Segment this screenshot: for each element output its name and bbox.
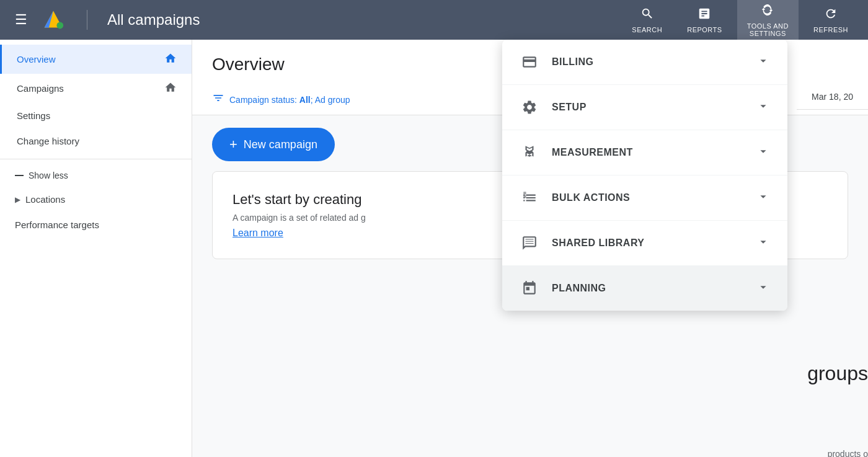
sidebar-item-change-history[interactable]: Change history [0, 128, 192, 154]
home-icon-overview [164, 52, 177, 66]
tools-dropdown-menu: BILLING SETUP MEASUREMENT [502, 40, 787, 311]
bulk-actions-icon [520, 188, 539, 208]
top-navigation: ☰ All campaigns SEARCH REPORTS TOOLS [0, 0, 868, 40]
search-icon [640, 7, 654, 24]
billing-icon [520, 52, 539, 72]
bulk-actions-label: BULK ACTIONS [552, 192, 630, 203]
show-less-button[interactable]: Show less [0, 164, 192, 187]
sidebar-item-campaigns[interactable]: Campaigns [0, 74, 192, 103]
settings-label: Settings [17, 110, 50, 121]
page-title: All campaigns [107, 11, 200, 29]
svg-rect-3 [523, 192, 526, 194]
sidebar-item-change-history-left: Change history [17, 136, 79, 146]
planning-icon [520, 278, 539, 298]
nav-divider [87, 10, 87, 30]
shared-library-label: SHARED LIBRARY [552, 237, 645, 249]
svg-rect-4 [523, 195, 526, 198]
change-history-label: Change history [17, 136, 79, 146]
filter-text: Campaign status: All; Ad group [229, 95, 350, 105]
sidebar-divider [0, 159, 192, 159]
locations-label: Locations [25, 194, 65, 205]
campaigns-label: Campaigns [17, 83, 64, 94]
sidebar-item-locations[interactable]: ▶ Locations [0, 187, 192, 212]
dropdown-item-measurement[interactable]: MEASUREMENT [502, 130, 787, 175]
home-icon-campaigns [164, 81, 177, 95]
bulk-actions-item-left: BULK ACTIONS [520, 188, 630, 208]
filter-prefix: Campaign status: [229, 95, 299, 105]
show-less-label: Show less [29, 171, 68, 180]
tools-icon [761, 3, 774, 20]
date-text: Mar 18, 20 [812, 92, 853, 102]
hamburger-icon[interactable]: ☰ [10, 7, 32, 33]
reports-icon [698, 7, 711, 24]
dropdown-item-planning[interactable]: PLANNING [502, 266, 787, 311]
setup-item-left: SETUP [520, 97, 587, 117]
sidebar: Overview Campaigns Settings Change histo… [0, 40, 192, 457]
measurement-item-left: MEASUREMENT [520, 143, 633, 162]
reports-nav-button[interactable]: REPORTS [677, 2, 732, 38]
filter-bold-value: All [299, 95, 311, 105]
new-campaign-label: New campaign [244, 138, 317, 151]
planning-item-left: PLANNING [520, 278, 606, 298]
sidebar-item-campaigns-left: Campaigns [17, 83, 64, 94]
show-less-dash-icon [15, 175, 24, 176]
products-text: products o [828, 449, 868, 457]
shared-library-item-left: SHARED LIBRARY [520, 233, 645, 253]
shared-library-icon [520, 233, 539, 253]
refresh-icon [824, 7, 838, 24]
plus-icon: + [229, 136, 237, 153]
right-products-text: products o [828, 449, 868, 457]
search-nav-label: SEARCH [632, 26, 662, 33]
sidebar-item-overview-left: Overview [17, 54, 56, 64]
planning-chevron-icon [756, 280, 770, 297]
billing-chevron-icon [756, 54, 770, 71]
new-campaign-button[interactable]: + New campaign [212, 128, 335, 161]
nav-actions: SEARCH REPORTS TOOLS ANDSETTINGS REFRESH [622, 0, 858, 42]
shared-library-chevron-icon [756, 235, 770, 252]
date-bar: Mar 18, 20 [797, 84, 868, 110]
svg-point-2 [56, 22, 63, 29]
search-nav-button[interactable]: SEARCH [622, 2, 672, 38]
dropdown-item-shared-library[interactable]: SHARED LIBRARY [502, 221, 787, 266]
sidebar-item-performance-targets[interactable]: Performance targets [0, 212, 192, 237]
planning-label: PLANNING [552, 283, 606, 294]
bulk-actions-chevron-icon [756, 190, 770, 206]
reports-nav-label: REPORTS [687, 26, 722, 33]
dropdown-item-bulk-actions[interactable]: BULK ACTIONS [502, 175, 787, 221]
dropdown-item-billing[interactable]: BILLING [502, 40, 787, 85]
billing-item-left: BILLING [520, 52, 594, 72]
learn-more-link[interactable]: Learn more [232, 228, 283, 238]
billing-label: BILLING [552, 56, 594, 68]
google-ads-logo [42, 9, 64, 31]
sidebar-item-overview[interactable]: Overview [0, 45, 192, 74]
setup-label: SETUP [552, 102, 587, 113]
measurement-icon [520, 143, 539, 162]
filter-icon [212, 92, 224, 107]
overview-label: Overview [17, 54, 56, 64]
locations-arrow-icon: ▶ [15, 195, 20, 204]
setup-icon [520, 97, 539, 117]
tools-settings-nav-button[interactable]: TOOLS ANDSETTINGS [737, 0, 799, 42]
refresh-nav-label: REFRESH [813, 26, 848, 33]
groups-text: groups [807, 362, 868, 384]
setup-chevron-icon [756, 99, 770, 116]
tools-nav-label: TOOLS ANDSETTINGS [747, 22, 789, 37]
measurement-label: MEASUREMENT [552, 147, 633, 158]
card-desc-text: A campaign is a set of related ad g [232, 213, 366, 223]
sidebar-item-settings[interactable]: Settings [0, 103, 192, 128]
filter-suffix: ; Ad group [311, 95, 350, 105]
performance-targets-label: Performance targets [15, 220, 99, 230]
nav-left: ☰ All campaigns [10, 7, 200, 33]
measurement-chevron-icon [756, 144, 770, 161]
sidebar-item-settings-left: Settings [17, 110, 50, 121]
dropdown-item-setup[interactable]: SETUP [502, 85, 787, 130]
right-groups-text: groups [807, 362, 868, 385]
refresh-nav-button[interactable]: REFRESH [804, 2, 858, 38]
card-title-text: Let's start by creating [232, 192, 361, 207]
